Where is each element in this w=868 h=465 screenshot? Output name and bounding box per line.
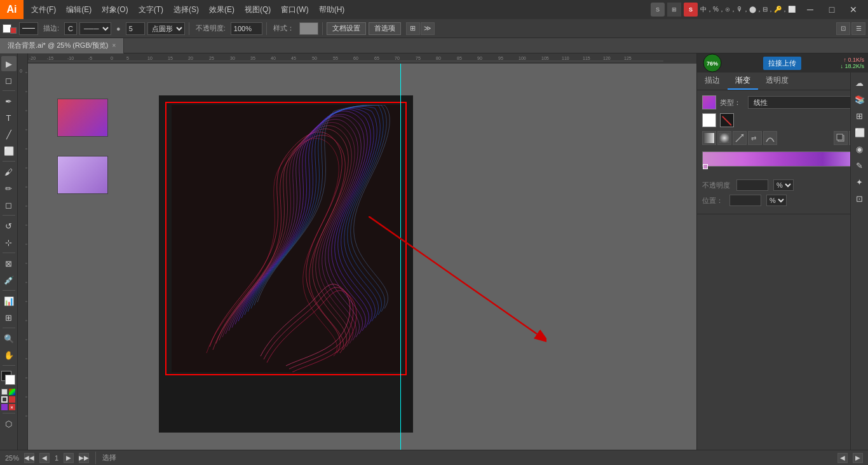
gradient-color-preview[interactable] <box>702 95 716 109</box>
more-btn[interactable]: ≫ <box>421 22 435 35</box>
gradient-swatch1[interactable] <box>57 99 108 137</box>
stroke-box[interactable] <box>5 375 15 385</box>
tab-gradient[interactable]: 渐变 <box>728 73 758 90</box>
style-label: 样式： <box>271 24 297 33</box>
right-panel-btn2[interactable]: 📚 <box>852 92 867 107</box>
tool-line[interactable]: ╱ <box>1 127 17 142</box>
upload-button[interactable]: 拉接上传 <box>763 57 801 70</box>
extension-icon1[interactable]: S <box>651 3 665 17</box>
location-value-input[interactable] <box>729 195 761 206</box>
svg-text:-5: -5 <box>88 56 92 60</box>
opacity-unit-select[interactable]: % <box>773 179 794 191</box>
preferences-btn[interactable]: 首选项 <box>369 22 401 35</box>
arrange-btn[interactable]: ⊞ <box>406 22 420 35</box>
tool-pen[interactable]: ✒ <box>1 94 17 109</box>
location-unit-select[interactable]: % <box>766 195 787 206</box>
tool-artboard2[interactable]: ⬡ <box>1 416 17 431</box>
menu-select[interactable]: 选择(S) <box>168 0 204 19</box>
stroke-style-btn[interactable]: C <box>64 22 77 35</box>
shape-select[interactable]: 点圆形 <box>147 22 185 35</box>
right-panel-btn8[interactable]: ⊡ <box>852 191 867 206</box>
tool-eyedropper[interactable]: 💉 <box>1 272 17 288</box>
gradient-radial-icon[interactable] <box>717 131 731 145</box>
tool-zoom[interactable]: 🔍 <box>1 331 17 346</box>
gradient-freeform-icon[interactable] <box>763 131 777 145</box>
color-red[interactable] <box>9 396 15 403</box>
menu-help[interactable]: 帮助(H) <box>314 0 350 19</box>
tab-stroke[interactable]: 描边 <box>697 73 728 90</box>
maximize-button[interactable]: □ <box>822 0 841 19</box>
status-nav-right[interactable]: ▶ <box>853 453 863 463</box>
white-fill-box[interactable] <box>702 113 716 127</box>
gradient-type-select[interactable]: 线性 径向 任意形状 <box>748 96 863 109</box>
fill-color-box[interactable] <box>10 27 17 34</box>
tool-hand[interactable]: ✋ <box>1 347 17 363</box>
tool-rotate[interactable]: ↺ <box>1 218 17 233</box>
status-nav-left[interactable]: ◀ <box>837 453 848 463</box>
minimize-button[interactable]: ─ <box>801 0 820 19</box>
menu-text[interactable]: 文字(T) <box>133 0 168 19</box>
menu-object[interactable]: 对象(O) <box>97 0 133 19</box>
menu-view[interactable]: 视图(Q) <box>240 0 276 19</box>
tool-type[interactable]: T <box>1 110 17 125</box>
document-tab[interactable]: 混合背景.ai* @ 25% (RGB/预览) × <box>0 38 124 53</box>
gradient-color-bar[interactable] <box>702 151 863 167</box>
opacity-value-input[interactable] <box>736 179 768 191</box>
menu-file[interactable]: 文件(F) <box>26 0 61 19</box>
gradient-swatch2[interactable] <box>57 156 108 194</box>
menu-window[interactable]: 窗口(W) <box>276 0 313 19</box>
color-none[interactable] <box>1 396 8 403</box>
tool-artboard[interactable]: ⊞ <box>1 310 17 325</box>
doc-settings-btn[interactable]: 文档设置 <box>327 22 366 35</box>
right-panel-btn5[interactable]: ◉ <box>852 141 867 156</box>
artwork[interactable] <box>172 105 400 372</box>
tool-shape[interactable]: ⬜ <box>1 143 17 158</box>
gradient-panel-content: 类型： 线性 径向 任意形状 <box>697 90 868 211</box>
fill-box-row <box>702 113 863 127</box>
menu-bar: 文件(F) 编辑(E) 对象(O) 文字(T) 选择(S) 效果(E) 视图(Q… <box>24 0 801 19</box>
right-panel-btn3[interactable]: ⊞ <box>852 108 867 123</box>
no-fill-box[interactable] <box>720 113 734 127</box>
gradient-copy-icon[interactable] <box>834 131 848 145</box>
color-swatch[interactable]: × <box>9 404 15 410</box>
nav-prev-btn[interactable]: ◀ <box>39 453 50 463</box>
extension-btn1[interactable]: ⊞ <box>667 3 681 17</box>
color-none-fill[interactable] <box>1 389 8 395</box>
nav-next-btn[interactable]: ▶ <box>64 453 74 463</box>
menu-toggle-btn[interactable]: ☰ <box>851 22 865 35</box>
menu-edit[interactable]: 编辑(E) <box>61 0 97 19</box>
nav-last-btn[interactable]: ▶▶ <box>79 453 89 463</box>
canvas-container[interactable] <box>38 64 696 450</box>
tool-eraser[interactable]: ◻ <box>1 197 17 212</box>
tool-graph[interactable]: 📊 <box>1 293 17 309</box>
tool-pencil[interactable]: ✏ <box>1 181 17 196</box>
menu-effect[interactable]: 效果(E) <box>204 0 240 19</box>
gradient-angle-icon[interactable] <box>733 131 747 145</box>
extension-icon2[interactable]: S <box>684 3 698 17</box>
gradient-reverse-icon[interactable]: ⇄ <box>748 131 762 145</box>
tab-label: 混合背景.ai* @ 25% (RGB/预览) <box>8 41 108 50</box>
stroke-size-input[interactable] <box>126 22 145 35</box>
tool-paintbrush[interactable]: 🖌 <box>1 164 17 179</box>
panel-toggle-btn[interactable]: ⊡ <box>836 22 850 35</box>
tool-blend[interactable]: ⊠ <box>1 256 17 271</box>
right-panel-btn4[interactable]: ⬜ <box>852 125 867 140</box>
gradient-linear-icon[interactable] <box>702 131 716 145</box>
right-panel-btn1[interactable]: ☁ <box>852 75 867 90</box>
color-purple[interactable] <box>1 404 8 410</box>
canvas-area[interactable]: -20 -15 -10 -5 0 5 10 15 20 25 30 35 40 … <box>28 53 696 450</box>
right-panel-btn7[interactable]: ✦ <box>852 174 867 190</box>
gradient-stop-left[interactable] <box>703 164 708 169</box>
tool-select[interactable]: ▶ <box>1 56 17 71</box>
tab-close-btn[interactable]: × <box>112 42 116 49</box>
opacity-input[interactable] <box>231 22 262 35</box>
tool-scale[interactable]: ⊹ <box>1 235 17 250</box>
close-button[interactable]: ✕ <box>844 0 863 19</box>
color-gradient-fill[interactable] <box>9 389 15 395</box>
right-panel-btn6[interactable]: ✎ <box>852 158 867 173</box>
tool-direct-select[interactable]: ◻ <box>1 73 17 88</box>
nav-first-btn[interactable]: ◀◀ <box>24 453 34 463</box>
tab-transparency[interactable]: 透明度 <box>758 73 796 90</box>
style-preview[interactable] <box>299 22 318 35</box>
stroke-style-select[interactable]: ─── - - - <box>79 22 111 35</box>
